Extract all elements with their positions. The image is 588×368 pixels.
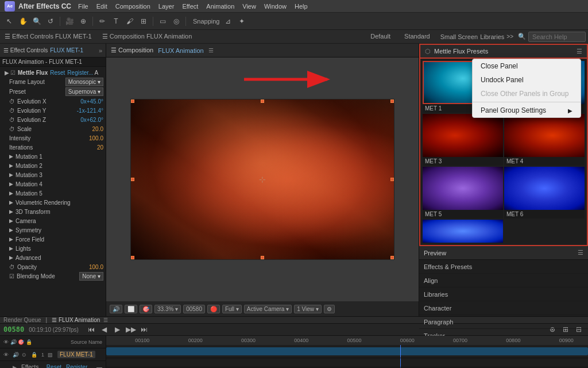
effect-row-evolution-x[interactable]: ⏱ Evolution X 0x+45.0° bbox=[0, 97, 106, 106]
side-item-libraries[interactable]: Libraries bbox=[419, 288, 588, 301]
timeline-menu[interactable]: ☰ bbox=[103, 317, 108, 323]
effect-row-vol-render[interactable]: ▶Volumetric Rendering bbox=[0, 198, 106, 207]
opacity-value[interactable]: 100.0 bbox=[89, 264, 103, 270]
menu-layer[interactable]: Layer bbox=[158, 3, 175, 10]
transform-handle-ml[interactable] bbox=[131, 178, 134, 181]
effect-row-frame-layout[interactable]: Frame Layout Monosopic ▾ bbox=[0, 77, 106, 87]
effect-row-mutation1[interactable]: ▶Mutation 1 bbox=[0, 152, 106, 161]
tool-shape[interactable]: ▭ bbox=[157, 16, 168, 27]
context-menu-panel-group-settings[interactable]: Panel Group Settings ▶ bbox=[473, 103, 581, 117]
context-menu-undock-panel[interactable]: Undock Panel bbox=[473, 73, 581, 87]
panel-collapse-icon[interactable]: » bbox=[99, 47, 102, 54]
intensity-value[interactable]: 100.0 bbox=[89, 135, 103, 141]
effects-register-link[interactable]: Register... bbox=[66, 364, 92, 368]
effect-row-mutation3[interactable]: ▶Mutation 3 bbox=[0, 170, 106, 179]
blending-mode-value[interactable]: None ▾ bbox=[79, 272, 103, 281]
effect-row-blending-mode[interactable]: ☑ Blending Mode None ▾ bbox=[0, 271, 106, 281]
scale-value[interactable]: 20.0 bbox=[92, 126, 103, 132]
snapping-options[interactable]: ✦ bbox=[236, 16, 247, 27]
viewer-frame[interactable]: 00580 bbox=[183, 305, 205, 313]
effect-row-opacity[interactable]: ⏱ Opacity 100.0 bbox=[0, 262, 106, 271]
tool-brush[interactable]: 🖌 bbox=[124, 16, 136, 27]
reset-link[interactable]: Reset bbox=[50, 70, 65, 76]
flux-animation-tab[interactable]: ☰ FLUX Animation bbox=[52, 317, 100, 323]
transform-handle-tc[interactable] bbox=[261, 99, 264, 103]
tool-rotate[interactable]: ↺ bbox=[45, 16, 56, 27]
layer-solo-icon[interactable]: ⊙ bbox=[22, 352, 29, 358]
tool-pan[interactable]: ⊕ bbox=[78, 16, 89, 27]
preset-item-met6[interactable]: MET 6 bbox=[504, 167, 585, 218]
tool-select[interactable]: ↖ bbox=[3, 16, 15, 27]
register-link[interactable]: Register... bbox=[67, 70, 93, 76]
viewer-quality[interactable]: Full ▾ bbox=[222, 305, 242, 313]
layer-vis-icon[interactable]: 👁 bbox=[3, 352, 10, 358]
menu-composition[interactable]: Composition bbox=[115, 3, 150, 10]
layer-audio-icon[interactable]: 🔊 bbox=[13, 352, 20, 358]
viewer-ctrl-3d[interactable]: 🎯 bbox=[140, 305, 152, 313]
effect-row-evolution-z[interactable]: ⏱ Evolution Z 0x+62.0° bbox=[0, 115, 106, 124]
go-end-button[interactable]: ⏭ bbox=[138, 324, 150, 335]
menu-animation[interactable]: Animation bbox=[206, 3, 234, 10]
effect-row-evolution-y[interactable]: ⏱ Evolution Y -1x-121.4° bbox=[0, 106, 106, 115]
effect-row-scale[interactable]: ⏱ Scale 20.0 bbox=[0, 124, 106, 133]
effects-expand-icon[interactable]: ▶ bbox=[13, 365, 17, 369]
effect-row-3d-transform[interactable]: ▶3D Transform bbox=[0, 207, 106, 216]
tool-clone[interactable]: ⊞ bbox=[138, 16, 149, 27]
effect-row-mutation4[interactable]: ▶Mutation 4 bbox=[0, 179, 106, 189]
preset-item-met5[interactable]: MET 5 bbox=[423, 167, 503, 218]
effect-row-lights[interactable]: ▶Lights bbox=[0, 244, 106, 253]
preset-item-met7[interactable] bbox=[423, 220, 503, 243]
tool-hand[interactable]: ✋ bbox=[17, 16, 29, 27]
viewer-zoom[interactable]: 33.3% ▾ bbox=[154, 305, 181, 313]
menu-help[interactable]: Help bbox=[295, 3, 308, 10]
menu-view[interactable]: View bbox=[242, 3, 256, 10]
effect-row-intensity[interactable]: Intensity 100.0 bbox=[0, 133, 106, 143]
menu-window[interactable]: Window bbox=[264, 3, 287, 10]
preview-options-icon[interactable]: ☰ bbox=[578, 249, 583, 256]
transform-handle-mr[interactable] bbox=[390, 178, 394, 181]
viewer-ctrl-audio[interactable]: 🔊 bbox=[110, 305, 122, 313]
viewer[interactable]: ⊹ bbox=[106, 57, 419, 301]
effect-row-symmetry[interactable]: ▶Symmetry bbox=[0, 225, 106, 235]
transform-handle-bc[interactable] bbox=[261, 256, 264, 259]
tab-composition[interactable]: ☰ Composition FLUX Animation bbox=[100, 33, 195, 40]
tool-mask[interactable]: ◎ bbox=[171, 16, 182, 27]
workspace-more[interactable]: >> bbox=[506, 33, 513, 40]
effect-row-mettle-flux[interactable]: ▶ ☑ Mettle Flux Reset Register... A bbox=[0, 68, 106, 77]
flux-menu-icon[interactable]: ☰ bbox=[577, 48, 582, 55]
side-item-paragraph[interactable]: Paragraph bbox=[419, 315, 588, 329]
comp-menu-icon[interactable]: ☰ bbox=[208, 47, 214, 53]
preset-item-met4[interactable]: MET 4 bbox=[504, 114, 585, 166]
evolution-z-value[interactable]: 0x+62.0° bbox=[80, 117, 103, 123]
viewer-camera[interactable]: Active Camera ▾ bbox=[244, 305, 292, 313]
effect-row-advanced[interactable]: ▶Advanced bbox=[0, 253, 106, 262]
transform-handle-bl[interactable] bbox=[131, 256, 134, 259]
effects-reset-link[interactable]: Reset bbox=[47, 364, 61, 368]
preset-value[interactable]: Supernova ▾ bbox=[65, 87, 103, 96]
evolution-x-value[interactable]: 0x+45.0° bbox=[80, 98, 103, 105]
effect-row-preset[interactable]: Preset Supernova ▾ bbox=[0, 87, 106, 97]
go-start-button[interactable]: ⏮ bbox=[86, 324, 97, 335]
effect-row-mutation5[interactable]: ▶Mutation 5 bbox=[0, 189, 106, 198]
prev-frame-button[interactable]: ◀ bbox=[99, 324, 110, 335]
tool-text[interactable]: T bbox=[110, 16, 122, 27]
search-input[interactable] bbox=[528, 32, 586, 42]
frame-layout-value[interactable]: Monosopic ▾ bbox=[65, 78, 103, 86]
side-item-character[interactable]: Character bbox=[419, 301, 588, 315]
side-item-align[interactable]: Align bbox=[419, 274, 588, 288]
preset-item-met3[interactable]: MET 3 bbox=[423, 114, 503, 166]
play-button[interactable]: ▶ bbox=[112, 324, 123, 335]
transform-handle-tl[interactable] bbox=[131, 99, 134, 103]
render-queue-label[interactable]: Render Queue bbox=[3, 317, 41, 323]
effect-row-iterations[interactable]: Iterations 20 bbox=[0, 143, 106, 152]
side-item-effects-presets[interactable]: Effects & Presets bbox=[419, 260, 588, 274]
workspace-tab-standard[interactable]: Standard bbox=[400, 32, 435, 42]
viewer-ctrl-mask[interactable]: ⬜ bbox=[125, 305, 137, 313]
effect-row-mutation2[interactable]: ▶Mutation 2 bbox=[0, 161, 106, 170]
menu-file[interactable]: File bbox=[78, 3, 88, 10]
iterations-value[interactable]: 20 bbox=[97, 144, 103, 151]
transform-handle-tr[interactable] bbox=[390, 99, 394, 103]
context-menu-close-panel[interactable]: Close Panel bbox=[473, 59, 581, 73]
menu-edit[interactable]: Edit bbox=[96, 3, 107, 10]
layer-lock-icon[interactable]: 🔒 bbox=[31, 352, 38, 358]
